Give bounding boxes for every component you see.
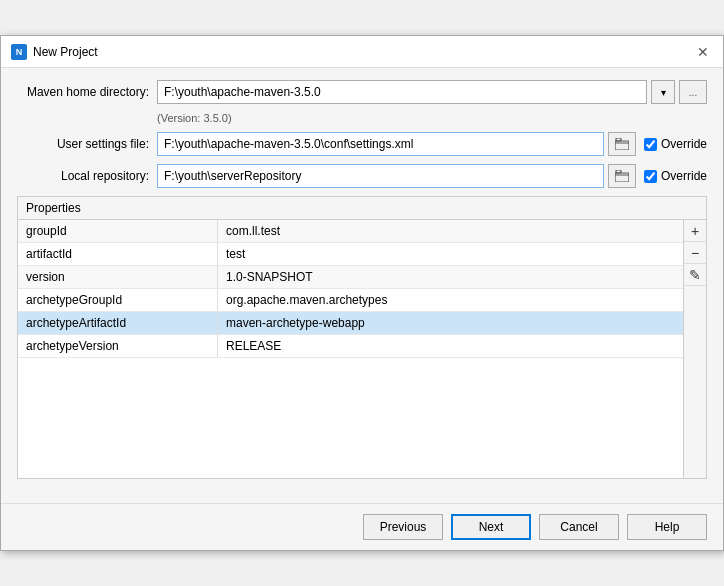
local-repo-override-checkbox[interactable] — [644, 170, 657, 183]
user-settings-browse-btn[interactable] — [608, 132, 636, 156]
table-row[interactable]: archetypeVersion RELEASE — [18, 335, 683, 358]
table-row[interactable]: groupId com.ll.test — [18, 220, 683, 243]
title-bar-left: N New Project — [11, 44, 98, 60]
previous-button[interactable]: Previous — [363, 514, 443, 540]
prop-key: archetypeVersion — [18, 335, 218, 357]
prop-value: test — [218, 243, 683, 265]
dialog-icon: N — [11, 44, 27, 60]
svg-rect-1 — [616, 138, 621, 141]
properties-table-wrap: groupId com.ll.test artifactId test vers… — [18, 220, 706, 478]
maven-home-dropdown-btn[interactable]: ▾ — [651, 80, 675, 104]
cancel-button[interactable]: Cancel — [539, 514, 619, 540]
prop-key: version — [18, 266, 218, 288]
properties-rows: groupId com.ll.test artifactId test vers… — [18, 220, 683, 358]
add-property-btn[interactable]: + — [684, 220, 706, 242]
user-settings-row: User settings file: Override — [17, 132, 707, 156]
user-settings-override-group: Override — [644, 137, 707, 151]
properties-actions: + − ✎ — [683, 220, 706, 478]
new-project-dialog: N New Project ✕ Maven home directory: ▾ … — [0, 35, 724, 551]
user-settings-override-checkbox[interactable] — [644, 138, 657, 151]
help-button[interactable]: Help — [627, 514, 707, 540]
dialog-footer: Previous Next Cancel Help — [1, 503, 723, 550]
table-row[interactable]: archetypeArtifactId maven-archetype-weba… — [18, 312, 683, 335]
prop-value: maven-archetype-webapp — [218, 312, 683, 334]
local-repo-label: Local repository: — [17, 169, 157, 183]
prop-key: groupId — [18, 220, 218, 242]
close-button[interactable]: ✕ — [693, 42, 713, 62]
prop-key: archetypeArtifactId — [18, 312, 218, 334]
user-settings-override-label: Override — [661, 137, 707, 151]
local-repo-browse-btn[interactable] — [608, 164, 636, 188]
remove-property-btn[interactable]: − — [684, 242, 706, 264]
table-row[interactable]: version 1.0-SNAPSHOT — [18, 266, 683, 289]
local-repo-input[interactable] — [157, 164, 604, 188]
title-bar: N New Project ✕ — [1, 36, 723, 68]
prop-key: artifactId — [18, 243, 218, 265]
user-settings-input-group: Override — [157, 132, 707, 156]
user-settings-label: User settings file: — [17, 137, 157, 151]
dialog-title: New Project — [33, 45, 98, 59]
maven-home-label: Maven home directory: — [17, 85, 157, 99]
prop-key: archetypeGroupId — [18, 289, 218, 311]
svg-rect-3 — [616, 170, 621, 173]
svg-rect-2 — [615, 173, 629, 182]
properties-section: Properties groupId com.ll.test artifactI… — [17, 196, 707, 479]
edit-property-btn[interactable]: ✎ — [684, 264, 706, 286]
local-repo-override-group: Override — [644, 169, 707, 183]
dialog-content: Maven home directory: ▾ ... (Version: 3.… — [1, 68, 723, 503]
local-repo-input-group: Override — [157, 164, 707, 188]
prop-value: 1.0-SNAPSHOT — [218, 266, 683, 288]
prop-value: com.ll.test — [218, 220, 683, 242]
maven-home-input-group: ▾ ... — [157, 80, 707, 104]
svg-rect-0 — [615, 141, 629, 150]
maven-home-input[interactable] — [157, 80, 647, 104]
prop-value: RELEASE — [218, 335, 683, 357]
local-repo-override-label: Override — [661, 169, 707, 183]
table-row[interactable]: artifactId test — [18, 243, 683, 266]
local-repo-row: Local repository: Override — [17, 164, 707, 188]
user-settings-input[interactable] — [157, 132, 604, 156]
properties-table-container: groupId com.ll.test artifactId test vers… — [18, 220, 683, 478]
table-row[interactable]: archetypeGroupId org.apache.maven.archet… — [18, 289, 683, 312]
next-button[interactable]: Next — [451, 514, 531, 540]
maven-home-browse-btn[interactable]: ... — [679, 80, 707, 104]
version-note: (Version: 3.5.0) — [157, 112, 707, 124]
properties-empty-area — [18, 358, 683, 478]
properties-title: Properties — [18, 197, 706, 220]
maven-home-row: Maven home directory: ▾ ... — [17, 80, 707, 104]
prop-value: org.apache.maven.archetypes — [218, 289, 683, 311]
